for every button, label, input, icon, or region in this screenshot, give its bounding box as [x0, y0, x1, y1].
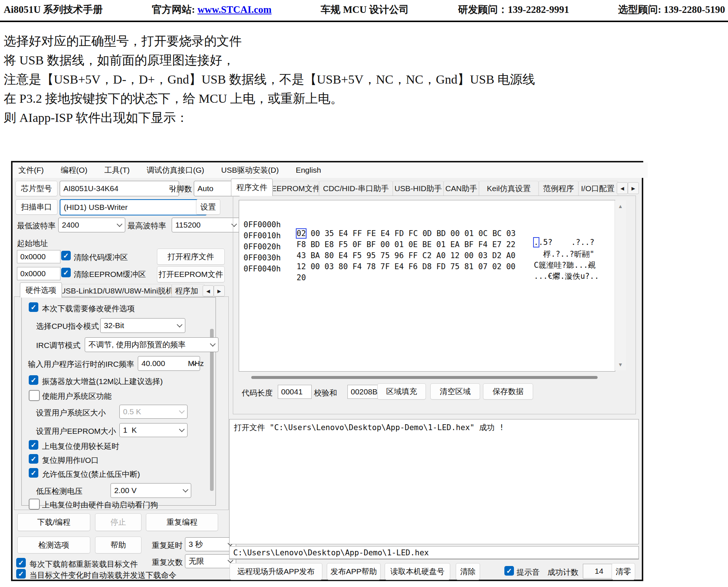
menu-usb-driver[interactable]: USB驱动安装(D)	[221, 165, 279, 175]
reload-file-checkbox[interactable]: ✓	[16, 558, 26, 567]
check-options-button[interactable]: 检测选项	[17, 537, 90, 553]
reset-io-checkbox[interactable]: ✓	[29, 454, 38, 464]
tab-io-config[interactable]: I/O口配置	[578, 181, 618, 196]
irc-freq-label: 输入用户程序运行时的IRC频率	[28, 359, 134, 369]
clear-eeprom-checkbox[interactable]: ✓	[61, 268, 71, 277]
lvd-select[interactable]: 2.00 V	[111, 483, 191, 498]
tab-cdc-hid-serial[interactable]: CDC/HID-串口助手	[319, 181, 393, 196]
check-icon: ✓	[63, 252, 69, 260]
hex-address: 0FF0040h	[244, 264, 281, 273]
tab-hardware-options[interactable]: 硬件选项	[20, 282, 62, 298]
osc-gain-checkbox[interactable]: ✓	[29, 375, 38, 385]
save-data-button[interactable]: 保存数据	[483, 383, 533, 400]
tabs-scroll-left-icon[interactable]: ◀	[617, 182, 628, 194]
watchdog-checkbox[interactable]	[29, 499, 40, 510]
clear-eeprom-label: 清除EEPROM缓冲区	[74, 269, 146, 280]
chevron-down-icon	[179, 426, 185, 432]
menu-program[interactable]: 编程(O)	[61, 165, 87, 175]
scroll-up-icon[interactable]: ▲	[615, 203, 626, 209]
hex-horizontal-scrollbar[interactable]	[251, 376, 598, 379]
site-link[interactable]: www.STCAI.com	[197, 4, 272, 15]
site-label: 官方网站:	[152, 4, 195, 15]
left-tabs-scroll-left-icon[interactable]: ◀	[203, 285, 214, 296]
menu-debug-interface[interactable]: 调试仿真接口(G)	[147, 165, 204, 175]
scroll-down-icon[interactable]: ▼	[615, 362, 626, 368]
repeat-times-value: 无限	[189, 556, 204, 566]
check-icon: ✓	[31, 469, 36, 477]
user-sysarea-checkbox[interactable]	[29, 390, 40, 401]
modify-hw-checkbox[interactable]: ✓	[29, 302, 38, 312]
header-divider	[0, 21, 728, 22]
eeprom-address-input[interactable]: 0x0000	[17, 267, 60, 280]
paragraph-4: 在 P3.2 接地按键按下的状态下，给 MCU 上电，或重新上电。	[4, 89, 722, 108]
fill-region-button[interactable]: 区域填充	[377, 383, 426, 400]
lvr-label: 允许低压复位(禁止低压中断)	[42, 469, 140, 479]
scan-port-button[interactable]: 扫描串口	[15, 199, 57, 215]
menu-english[interactable]: English	[296, 166, 321, 175]
clear-region-button[interactable]: 清空区域	[430, 383, 480, 400]
left-tabs-scroll-right-icon[interactable]: ▶	[214, 285, 225, 296]
beep-checkbox[interactable]: ✓	[504, 566, 514, 576]
tab-can-helper[interactable]: CAN助手	[444, 181, 479, 196]
clear-log-button[interactable]: 清除	[456, 563, 480, 580]
success-count-field[interactable]: 14	[583, 564, 615, 579]
hex-viewer[interactable]: 0FF0000h 0200 35 E4 FF FE E4 FD FC 0D BD…	[239, 200, 615, 372]
irc-mode-select[interactable]: 不调节, 使用内部预置的频率	[85, 337, 218, 352]
publish-app-help-button[interactable]: 发布APP帮助	[327, 563, 381, 580]
menu-tools[interactable]: 工具(T)	[104, 165, 130, 175]
repeat-program-button[interactable]: 重复编程	[146, 513, 218, 531]
tab-program-file[interactable]: 程序文件	[231, 179, 273, 196]
chevron-down-icon	[210, 341, 216, 347]
file-path-bar: C:\Users\Lenovo\Desktop\App-Demo\1-LED.h…	[229, 546, 639, 559]
tab-keil-settings[interactable]: Keil仿真设置	[479, 181, 539, 196]
open-program-file-button[interactable]: 打开程序文件	[157, 249, 225, 265]
chip-type-button[interactable]: 芯片型号	[15, 181, 57, 196]
tab-offline-download[interactable]: USB-Link1D/U8W/U8W-Mini脱机	[62, 284, 172, 298]
menu-file[interactable]: 文件(F)	[18, 165, 44, 175]
paragraph-1: 选择好对应的正确型号，打开要烧录的文件	[4, 32, 722, 51]
start-address-label: 起始地址	[17, 238, 48, 249]
cpu-mode-select[interactable]: 32-Bit	[100, 318, 185, 333]
success-count-label: 成功计数	[547, 567, 578, 577]
max-baud-select[interactable]: 115200	[172, 218, 240, 232]
code-length-label: 代码长度	[242, 388, 273, 398]
help-button[interactable]: 帮助	[95, 537, 141, 553]
chevron-down-icon	[117, 221, 123, 227]
tab-usb-hid[interactable]: USB-HID助手	[393, 181, 444, 196]
min-baud-select[interactable]: 2400	[58, 218, 125, 232]
repeat-times-label: 重复次数	[152, 557, 183, 567]
chevron-down-icon	[179, 408, 185, 414]
eeprom-size-select[interactable]: 1 K	[119, 423, 188, 437]
open-eeprom-file-button[interactable]: 打开EEPROM文件	[157, 266, 225, 282]
port-select[interactable]: (HID1) USB-Writer	[60, 199, 207, 215]
tab-examples[interactable]: 范例程序	[539, 181, 578, 196]
remote-upgrade-button[interactable]: 远程现场升级APP发布	[230, 563, 322, 580]
check-icon: ✓	[18, 559, 24, 567]
modify-hw-label: 本次下载需要修改硬件选项	[42, 303, 135, 314]
reset-count-button[interactable]: 清零	[612, 563, 635, 580]
tab-eeprom-file[interactable]: EEPROM文件	[273, 181, 319, 196]
hex-vertical-scrollbar[interactable]: ▲ ▼	[615, 200, 626, 370]
clear-code-checkbox[interactable]: ✓	[61, 251, 71, 260]
cpu-mode-label: 选择CPU指令模式	[36, 321, 99, 331]
stop-button[interactable]: 停止	[95, 513, 141, 531]
code-address-input[interactable]: 0x0000	[17, 250, 60, 263]
code-length-field[interactable]: 00041	[278, 385, 312, 399]
read-disk-id-button[interactable]: 读取本机硬盘号	[385, 563, 450, 580]
download-button[interactable]: 下载/编程	[17, 513, 90, 531]
check-icon: ✓	[31, 303, 36, 312]
chip-model-select[interactable]: AI8051U-34K64	[60, 181, 179, 196]
hw-options-scrollbar[interactable]	[210, 329, 214, 491]
long-delay-checkbox[interactable]: ✓	[29, 440, 38, 450]
tab-program-encrypt[interactable]: 程序加	[172, 284, 205, 298]
settings-button[interactable]: 设置	[196, 199, 220, 215]
tabs-scroll-right-icon[interactable]: ▶	[628, 182, 639, 194]
sys-size-select[interactable]: 0.5 K	[119, 405, 188, 419]
watchdog-label: 上电复位时由硬件自动启动看门狗	[42, 500, 158, 510]
lvr-checkbox[interactable]: ✓	[29, 468, 38, 478]
repeat-times-select[interactable]: 无限	[185, 554, 236, 568]
autoload-checkbox[interactable]: ✓	[16, 569, 26, 579]
repeat-delay-select[interactable]: 3 秒	[185, 537, 236, 551]
port-value: (HID1) USB-Writer	[64, 203, 127, 212]
user-sysarea-label: 使能用户系统区功能	[42, 391, 112, 401]
